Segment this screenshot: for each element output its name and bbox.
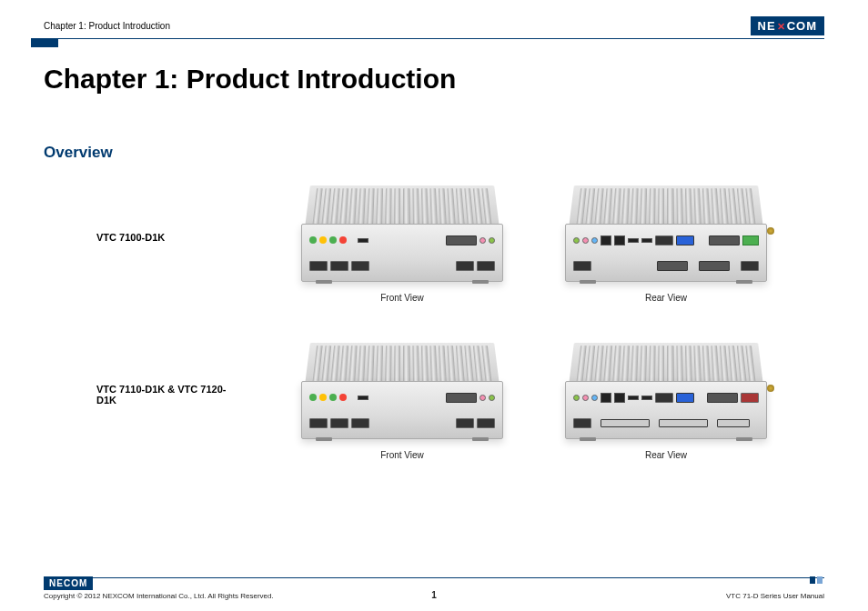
device-heatsink	[305, 185, 500, 228]
device-heatsink	[569, 343, 763, 386]
product-name-label: VTC 7110-D1K & VTC 7120-D1K	[44, 384, 244, 406]
page-number: 1	[431, 590, 437, 600]
header-accent-block	[31, 38, 58, 47]
product-views: Front View	[244, 171, 824, 303]
device-chassis-rear	[565, 224, 767, 282]
copyright-text: Copyright © 2012 NEXCOM International Co…	[44, 592, 274, 600]
device-chassis-front	[301, 381, 503, 439]
page-footer: NECOM Copyright © 2012 NEXCOM Internatio…	[44, 576, 824, 600]
antenna-connector-icon	[767, 385, 774, 392]
heatsink-fins	[305, 343, 500, 386]
doc-title: VTC 71-D Series User Manual	[726, 592, 824, 600]
logo-text-ne: NE	[758, 19, 776, 33]
section-heading-overview: Overview	[44, 144, 113, 162]
antenna-connector-icon	[767, 227, 774, 235]
device-image	[298, 171, 507, 289]
logo-text-com: COM	[787, 19, 817, 33]
products-grid: VTC 7100-D1K	[44, 171, 824, 486]
device-heatsink	[305, 343, 500, 386]
product-view-front: Front View	[298, 328, 507, 460]
logo-x-icon	[776, 19, 787, 33]
device-chassis-rear	[565, 381, 767, 439]
header-rule	[31, 38, 824, 39]
header-chapter-label: Chapter 1: Product Introduction	[44, 21, 170, 31]
page-header: Chapter 1: Product Introduction NECOM	[44, 16, 824, 35]
device-image	[561, 171, 771, 289]
view-caption: Rear View	[645, 450, 687, 460]
product-view-rear: Rear View	[561, 328, 771, 460]
device-chassis-front	[301, 224, 503, 282]
product-view-front: Front View	[298, 171, 507, 303]
view-caption: Front View	[380, 450, 424, 460]
device-image	[561, 328, 771, 446]
heatsink-fins	[569, 185, 763, 228]
brand-logo: NECOM	[751, 16, 824, 35]
view-caption: Rear View	[645, 293, 687, 303]
logo-text-com: COM	[64, 578, 87, 588]
product-view-rear: Rear View	[561, 171, 771, 303]
product-row: VTC 7110-D1K & VTC 7120-D1K	[44, 328, 824, 460]
product-row: VTC 7100-D1K	[44, 171, 824, 303]
product-name-label: VTC 7100-D1K	[44, 232, 244, 243]
view-caption: Front View	[380, 293, 424, 303]
footer-brand-logo: NECOM	[44, 576, 93, 590]
page-title: Chapter 1: Product Introduction	[44, 64, 456, 95]
heatsink-fins	[569, 343, 763, 386]
heatsink-fins	[305, 185, 500, 228]
logo-text-ne: NE	[49, 578, 64, 588]
footer-left: NECOM Copyright © 2012 NEXCOM Internatio…	[44, 576, 274, 600]
device-heatsink	[569, 185, 763, 228]
product-views: Front View	[244, 328, 824, 460]
device-image	[298, 328, 507, 446]
